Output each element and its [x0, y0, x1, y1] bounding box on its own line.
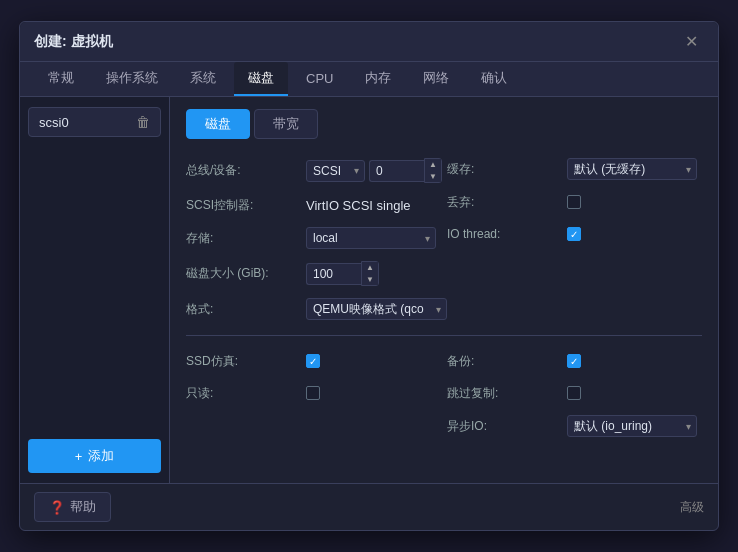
io-thread-label: IO thread: [447, 227, 567, 241]
bus-row: 总线/设备: SCSI ▾ ▲ [186, 153, 447, 188]
disk-size-down[interactable]: ▼ [362, 274, 378, 286]
dialog-title: 创建: 虚拟机 [34, 33, 113, 51]
bus-select[interactable]: SCSI [306, 160, 365, 182]
format-label: 格式: [186, 301, 306, 318]
disk-size-arrows: ▲ ▼ [361, 261, 379, 286]
tab-disk[interactable]: 磁盘 [234, 62, 288, 96]
ssd-checkbox[interactable]: ✓ [306, 354, 320, 368]
readonly-label: 只读: [186, 385, 306, 402]
bus-num-up[interactable]: ▲ [425, 159, 441, 171]
help-icon: ❓ [49, 500, 65, 515]
format-value: QEMU映像格式 (qco ▾ [306, 298, 447, 320]
main-area: 磁盘 带宽 总线/设备: SCSI ▾ [170, 97, 718, 483]
sub-tabs: 磁盘 带宽 [186, 109, 702, 139]
bus-select-wrapper: SCSI ▾ [306, 160, 365, 182]
scsi-ctrl-text: VirtIO SCSI single [306, 198, 411, 213]
help-button[interactable]: ❓ 帮助 [34, 492, 111, 522]
readonly-value [306, 386, 320, 400]
cache-row: 缓存: 默认 (无缓存) ▾ [447, 153, 702, 185]
help-label: 帮助 [70, 498, 96, 516]
disk-size-label: 磁盘大小 (GiB): [186, 265, 306, 282]
right-form-section: 缓存: 默认 (无缓存) ▾ 丢弃: [447, 153, 702, 325]
skip-replication-checkbox[interactable] [567, 386, 581, 400]
tab-general[interactable]: 常规 [34, 62, 88, 96]
disk-size-input: ▲ ▼ [306, 261, 379, 286]
storage-select-wrapper: local ▾ [306, 227, 436, 249]
cache-select-wrapper: 默认 (无缓存) ▾ [567, 158, 697, 180]
tabs-bar: 常规 操作系统 系统 磁盘 CPU 内存 网络 确认 [20, 62, 718, 97]
tab-os[interactable]: 操作系统 [92, 62, 172, 96]
storage-label: 存储: [186, 230, 306, 247]
trash-icon[interactable]: 🗑 [136, 114, 150, 130]
left-form-section: 总线/设备: SCSI ▾ ▲ [186, 153, 447, 325]
skip-replication-row: 跳过复制: [447, 378, 702, 408]
async-io-label: 异步IO: [447, 418, 567, 435]
add-icon: + [75, 449, 83, 464]
discard-row: 丢弃: [447, 187, 702, 217]
bottom-left-section: SSD仿真: ✓ 只读: [186, 346, 447, 442]
close-button[interactable]: ✕ [679, 30, 704, 53]
form-divider [186, 335, 702, 336]
async-io-select-wrapper: 默认 (io_uring) ▾ [567, 415, 697, 437]
disk-item-label: scsi0 [39, 115, 69, 130]
backup-value: ✓ [567, 354, 581, 368]
ssd-label: SSD仿真: [186, 353, 306, 370]
cache-value: 默认 (无缓存) ▾ [567, 158, 697, 180]
cache-select[interactable]: 默认 (无缓存) [567, 158, 697, 180]
format-select[interactable]: QEMU映像格式 (qco [306, 298, 447, 320]
backup-checkbox[interactable]: ✓ [567, 354, 581, 368]
storage-row: 存储: local ▾ [186, 222, 447, 254]
discard-label: 丢弃: [447, 194, 567, 211]
ssd-row: SSD仿真: ✓ [186, 346, 447, 376]
cache-label: 缓存: [447, 161, 567, 178]
backup-label: 备份: [447, 353, 567, 370]
bus-num-arrows: ▲ ▼ [424, 158, 442, 183]
scsi-ctrl-label: SCSI控制器: [186, 197, 306, 214]
dialog-header: 创建: 虚拟机 ✕ [20, 22, 718, 62]
tab-system[interactable]: 系统 [176, 62, 230, 96]
right-footer: 高级 [680, 499, 704, 516]
tab-cpu[interactable]: CPU [292, 64, 347, 95]
sub-tab-bandwidth[interactable]: 带宽 [254, 109, 318, 139]
async-io-value: 默认 (io_uring) ▾ [567, 415, 697, 437]
dialog-footer: ❓ 帮助 高级 [20, 483, 718, 530]
disk-size-up[interactable]: ▲ [362, 262, 378, 274]
bus-num-down[interactable]: ▼ [425, 171, 441, 183]
main-dialog: 创建: 虚拟机 ✕ 常规 操作系统 系统 磁盘 CPU 内存 网络 确认 scs… [19, 21, 719, 531]
discard-value [567, 195, 581, 209]
format-row: 格式: QEMU映像格式 (qco ▾ [186, 293, 447, 325]
disk-item-scsi0: scsi0 🗑 [28, 107, 161, 137]
scsi-ctrl-value: VirtIO SCSI single [306, 198, 411, 213]
format-select-wrapper: QEMU映像格式 (qco ▾ [306, 298, 447, 320]
disk-size-value: ▲ ▼ [306, 261, 379, 286]
disk-size-field[interactable] [306, 263, 361, 285]
advanced-label: 高级 [680, 499, 704, 516]
tab-confirm[interactable]: 确认 [467, 62, 521, 96]
scsi-ctrl-row: SCSI控制器: VirtIO SCSI single [186, 190, 447, 220]
dialog-body: scsi0 🗑 + 添加 磁盘 带宽 总线/设备: [20, 97, 718, 483]
sub-tab-disk[interactable]: 磁盘 [186, 109, 250, 139]
backup-row: 备份: ✓ [447, 346, 702, 376]
tab-network[interactable]: 网络 [409, 62, 463, 96]
storage-select[interactable]: local [306, 227, 436, 249]
bus-num-input: ▲ ▼ [369, 158, 442, 183]
bus-num-field[interactable] [369, 160, 424, 182]
discard-checkbox[interactable] [567, 195, 581, 209]
skip-replication-value [567, 386, 581, 400]
form-grid: 总线/设备: SCSI ▾ ▲ [186, 153, 702, 442]
add-label: 添加 [88, 447, 114, 465]
storage-value: local ▾ [306, 227, 436, 249]
disk-size-row: 磁盘大小 (GiB): ▲ ▼ [186, 256, 447, 291]
skip-replication-label: 跳过复制: [447, 385, 567, 402]
io-thread-checkbox[interactable]: ✓ [567, 227, 581, 241]
async-io-select[interactable]: 默认 (io_uring) [567, 415, 697, 437]
readonly-row: 只读: [186, 378, 447, 408]
ssd-value: ✓ [306, 354, 320, 368]
io-thread-row: IO thread: ✓ [447, 219, 702, 249]
bus-label: 总线/设备: [186, 162, 306, 179]
async-io-row: 异步IO: 默认 (io_uring) ▾ [447, 410, 702, 442]
add-disk-button[interactable]: + 添加 [28, 439, 161, 473]
bus-value: SCSI ▾ ▲ ▼ [306, 158, 442, 183]
readonly-checkbox[interactable] [306, 386, 320, 400]
tab-memory[interactable]: 内存 [351, 62, 405, 96]
